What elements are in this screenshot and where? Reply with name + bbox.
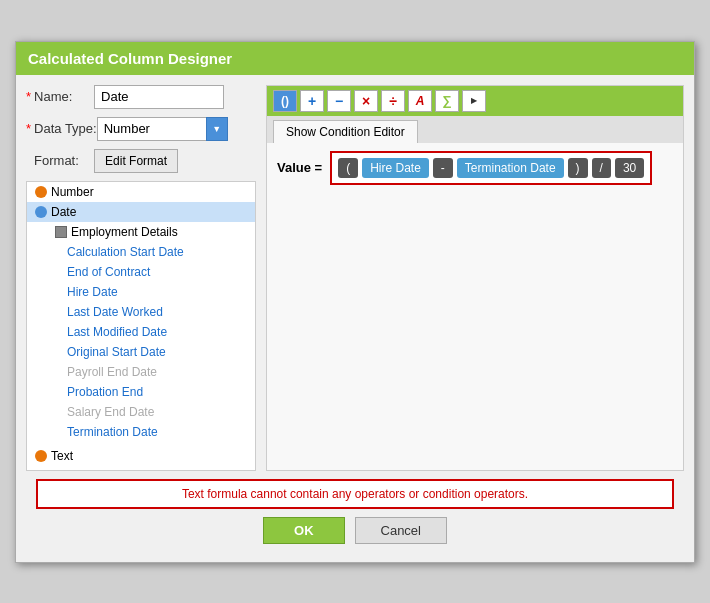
ok-button[interactable]: OK	[263, 517, 345, 544]
formula-box: ( Hire Date - Termination Date ) / 30	[330, 151, 652, 185]
tree-label-payroll-end-date: Payroll End Date	[67, 365, 157, 379]
tree-label-last-modified-date: Last Modified Date	[67, 325, 167, 339]
name-input[interactable]	[94, 85, 224, 109]
tree-item-last-date-worked[interactable]: Last Date Worked	[27, 302, 255, 322]
bottom-section: Text formula cannot contain any operator…	[26, 471, 684, 552]
tree-item-probation-end[interactable]: Probation End	[27, 382, 255, 402]
tree-label-hire-date: Hire Date	[67, 285, 118, 299]
field-tree: Number Date Employment Details Calculati…	[26, 181, 256, 471]
edit-format-button[interactable]: Edit Format	[94, 149, 178, 173]
employment-details-icon	[55, 226, 67, 238]
error-message-box: Text formula cannot contain any operator…	[36, 479, 674, 509]
extra-button[interactable]: ▸	[462, 90, 486, 112]
formula-label: Value =	[277, 160, 322, 175]
tree-item-hire-date[interactable]: Hire Date	[27, 282, 255, 302]
formula-toolbar: () + − × ÷ A ∑ ▸	[267, 86, 683, 116]
tree-label-employment-details: Employment Details	[71, 225, 178, 239]
tree-label-last-date-worked: Last Date Worked	[67, 305, 163, 319]
tree-label-probation-end: Probation End	[67, 385, 143, 399]
tree-item-salary-end-date: Salary End Date	[27, 402, 255, 422]
token-close-paren[interactable]: )	[568, 158, 588, 178]
tree-item-calc-start-date[interactable]: Calculation Start Date	[27, 242, 255, 262]
data-type-label: Data Type:	[34, 121, 97, 136]
tree-label-text: Text	[51, 449, 73, 463]
data-type-select[interactable]: Number Date Text	[97, 117, 207, 141]
data-type-dropdown-arrow[interactable]	[206, 117, 228, 141]
token-open-paren[interactable]: (	[338, 158, 358, 178]
add-button[interactable]: +	[300, 90, 324, 112]
tabs-row: Show Condition Editor	[267, 116, 683, 143]
tree-label-number: Number	[51, 185, 94, 199]
tree-item-termination-date[interactable]: Termination Date	[27, 422, 255, 442]
date-icon	[35, 206, 47, 218]
name-label: Name:	[34, 89, 94, 104]
cancel-button[interactable]: Cancel	[355, 517, 447, 544]
tree-item-last-modified-date[interactable]: Last Modified Date	[27, 322, 255, 342]
tree-label-original-start-date: Original Start Date	[67, 345, 166, 359]
format-label: Format:	[34, 153, 94, 168]
number-icon	[35, 186, 47, 198]
tree-item-date[interactable]: Date	[27, 202, 255, 222]
tree-item-original-start-date[interactable]: Original Start Date	[27, 342, 255, 362]
tree-label-end-of-contract: End of Contract	[67, 265, 150, 279]
show-condition-editor-tab[interactable]: Show Condition Editor	[273, 120, 418, 143]
tree-label-salary-end-date: Salary End Date	[67, 405, 154, 419]
required-star-datatype: *	[26, 121, 31, 136]
token-hire-date[interactable]: Hire Date	[362, 158, 429, 178]
divide-button[interactable]: ÷	[381, 90, 405, 112]
tree-label-date: Date	[51, 205, 76, 219]
tree-label-calc-start-date: Calculation Start Date	[67, 245, 184, 259]
token-termination-date[interactable]: Termination Date	[457, 158, 564, 178]
token-30[interactable]: 30	[615, 158, 644, 178]
dialog-title: Calculated Column Designer	[16, 42, 694, 75]
sum-button[interactable]: ∑	[435, 90, 459, 112]
tree-label-termination-date: Termination Date	[67, 425, 158, 439]
data-type-select-wrapper: Number Date Text	[97, 117, 228, 141]
text-button[interactable]: A	[408, 90, 432, 112]
calculated-column-designer-dialog: Calculated Column Designer * Name: * Dat…	[15, 41, 695, 563]
formula-area: Value = ( Hire Date - Termination Date )…	[267, 143, 683, 193]
tree-item-payroll-end-date: Payroll End Date	[27, 362, 255, 382]
subtract-button[interactable]: −	[327, 90, 351, 112]
tree-item-end-of-contract[interactable]: End of Contract	[27, 262, 255, 282]
tree-item-employment-details[interactable]: Employment Details	[27, 222, 255, 242]
paren-button[interactable]: ()	[273, 90, 297, 112]
text-icon	[35, 450, 47, 462]
right-panel: () + − × ÷ A ∑ ▸ Show Condition Editor V…	[266, 85, 684, 471]
left-form: * Name: * Data Type: Number Date Text	[26, 85, 256, 471]
tree-item-text[interactable]: Text	[27, 446, 255, 466]
token-divide[interactable]: /	[592, 158, 611, 178]
button-row: OK Cancel	[36, 517, 674, 544]
multiply-button[interactable]: ×	[354, 90, 378, 112]
tree-item-number[interactable]: Number	[27, 182, 255, 202]
required-star-name: *	[26, 89, 31, 104]
token-minus[interactable]: -	[433, 158, 453, 178]
